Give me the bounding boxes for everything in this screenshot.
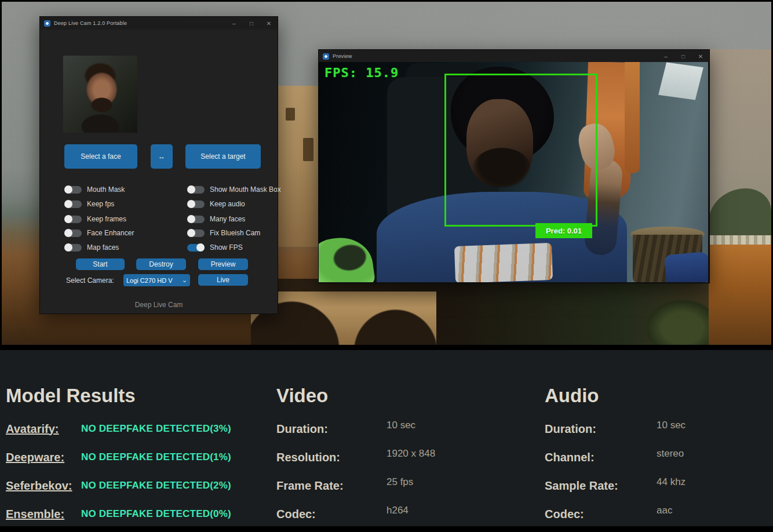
hanging-orange-cloth [625, 62, 640, 173]
swap-faces-button[interactable]: ↔ [151, 144, 173, 169]
camera-dropdown[interactable]: Logi C270 HD V ⌄ [123, 274, 190, 286]
toggle-switch[interactable] [187, 216, 205, 223]
toggle-label: Show Mouth Mask Box [210, 185, 281, 194]
info-value: 1920 x 848 [386, 448, 435, 460]
wallpaper-arch-bridge [251, 291, 436, 345]
toggle-switch[interactable] [64, 244, 82, 252]
toggle-label: Fix Blueish Cam [210, 229, 260, 237]
toggle-mouth-mask[interactable]: Mouth Mask [64, 185, 125, 194]
deep-live-cam-window: Deep Live Cam 1.2.0 Portable – □ ✕ Selec… [39, 16, 278, 314]
audio-info-row: Sample Rate: 44 khz [545, 478, 771, 493]
app-icon [44, 20, 50, 27]
info-label: Frame Rate: [276, 479, 386, 493]
toggle-switch[interactable] [187, 201, 205, 208]
app-footer-label: Deep Live Cam [40, 301, 278, 309]
shirt-print [454, 243, 553, 282]
toggle-map-faces[interactable]: Map faces [64, 243, 119, 252]
toggle-label: Keep fps [87, 200, 114, 208]
window-title: Deep Live Cam 1.2.0 Portable [54, 20, 127, 26]
toggle-switch[interactable] [187, 229, 205, 237]
toggle-keep-frames[interactable]: Keep frames [64, 214, 126, 224]
toggle-keep-fps[interactable]: Keep fps [64, 199, 114, 209]
model-result-row: Seferbekov: NO DEEPFAKE DETECTED(2%) [6, 478, 269, 493]
start-button[interactable]: Start [76, 258, 125, 270]
toggle-many-faces[interactable]: Many faces [187, 214, 245, 224]
minimize-icon[interactable]: – [225, 17, 243, 30]
toggle-label: Face Enhancer [87, 229, 134, 237]
select-target-button[interactable]: Select a target [185, 144, 261, 169]
live-button[interactable]: Live [198, 274, 248, 286]
blue-cloth [664, 252, 708, 282]
toggle-label: Show FPS [210, 243, 243, 252]
face-detection-box [444, 74, 597, 227]
toggle-switch[interactable] [187, 186, 205, 194]
toggle-face-enhancer[interactable]: Face Enhancer [64, 228, 134, 238]
info-label: Codec: [276, 508, 386, 521]
wall-paper-sheet [658, 62, 703, 100]
maximize-icon[interactable]: □ [674, 50, 692, 63]
close-icon[interactable]: ✕ [692, 50, 709, 63]
toggle-show-fps[interactable]: Show FPS [187, 243, 243, 252]
info-label: Duration: [545, 422, 657, 436]
model-name: Seferbekov: [6, 479, 81, 493]
info-value: 44 khz [657, 476, 686, 488]
info-value: 10 sec [657, 420, 686, 431]
video-info-row: Duration: 10 sec [276, 421, 537, 436]
model-name: Ensemble: [6, 508, 81, 521]
video-info-row: Frame Rate: 25 fps [276, 478, 537, 493]
model-name: Deepware: [6, 451, 81, 464]
select-camera-label: Select Camera: [66, 276, 114, 285]
model-result-row: Avatarify: NO DEEPFAKE DETECTED(3%) [6, 421, 269, 436]
video-info-row: Resolution: 1920 x 848 [276, 450, 537, 465]
info-label: Codec: [545, 508, 657, 521]
info-value: aac [657, 505, 672, 516]
toggle-show-mouth-mask-box[interactable]: Show Mouth Mask Box [187, 185, 281, 194]
wallpaper-landscape [709, 49, 771, 345]
prediction-label: Pred: 0.01 [535, 223, 592, 238]
section-title: Audio [545, 384, 771, 408]
preview-titlebar[interactable]: Preview – □ ✕ [319, 50, 709, 63]
wallpaper-bush [646, 300, 719, 345]
wallpaper-orange-ground [709, 245, 771, 345]
video-info-section: Video Duration: 10 sec Resolution: 1920 … [276, 350, 537, 526]
audio-info-row: Duration: 10 sec [545, 421, 771, 436]
maximize-icon[interactable]: □ [243, 17, 260, 30]
toggle-fix-blueish-cam[interactable]: Fix Blueish Cam [187, 228, 260, 238]
model-result-row: Deepware: NO DEEPFAKE DETECTED(1%) [6, 450, 269, 465]
close-icon[interactable]: ✕ [260, 17, 278, 30]
destroy-button[interactable]: Destroy [136, 258, 186, 270]
toggle-keep-audio[interactable]: Keep audio [187, 199, 245, 209]
audio-info-row: Channel: stereo [545, 450, 771, 465]
results-panel: Model Results Avatarify: NO DEEPFAKE DET… [0, 350, 773, 526]
section-title: Model Results [6, 384, 269, 408]
toggle-label: Keep frames [87, 215, 126, 223]
wallpaper-tower-window [303, 138, 313, 161]
toggle-switch[interactable] [64, 216, 82, 223]
model-result-value: NO DEEPFAKE DETECTED(2%) [81, 480, 231, 491]
toggle-label: Many faces [210, 215, 245, 223]
info-label: Sample Rate: [545, 479, 657, 493]
video-info-row: Codec: h264 [276, 507, 537, 522]
toggle-switch[interactable] [64, 201, 82, 208]
toggle-label: Mouth Mask [87, 185, 125, 194]
fps-counter: FPS: 15.9 [324, 65, 399, 80]
camera-dropdown-value: Logi C270 HD V [126, 277, 182, 284]
info-value: 10 sec [386, 420, 415, 431]
info-label: Duration: [276, 422, 386, 436]
window-title: Preview [333, 53, 352, 59]
preview-button[interactable]: Preview [198, 258, 248, 270]
wallpaper-tower-window [286, 108, 295, 121]
toggle-label: Map faces [87, 243, 119, 252]
chevron-down-icon: ⌄ [182, 276, 187, 284]
toggle-switch[interactable] [64, 186, 82, 194]
model-name: Avatarify: [6, 422, 81, 436]
select-face-button[interactable]: Select a face [64, 144, 137, 169]
dlc-titlebar[interactable]: Deep Live Cam 1.2.0 Portable – □ ✕ [40, 17, 278, 30]
model-result-value: NO DEEPFAKE DETECTED(3%) [81, 423, 231, 435]
app-icon [323, 53, 329, 60]
audio-info-section: Audio Duration: 10 sec Channel: stereo S… [545, 350, 771, 526]
minimize-icon[interactable]: – [657, 50, 674, 63]
toggle-switch[interactable] [64, 229, 82, 237]
toggle-switch[interactable] [187, 244, 205, 252]
model-result-row: Ensemble: NO DEEPFAKE DETECTED(0%) [6, 507, 269, 522]
